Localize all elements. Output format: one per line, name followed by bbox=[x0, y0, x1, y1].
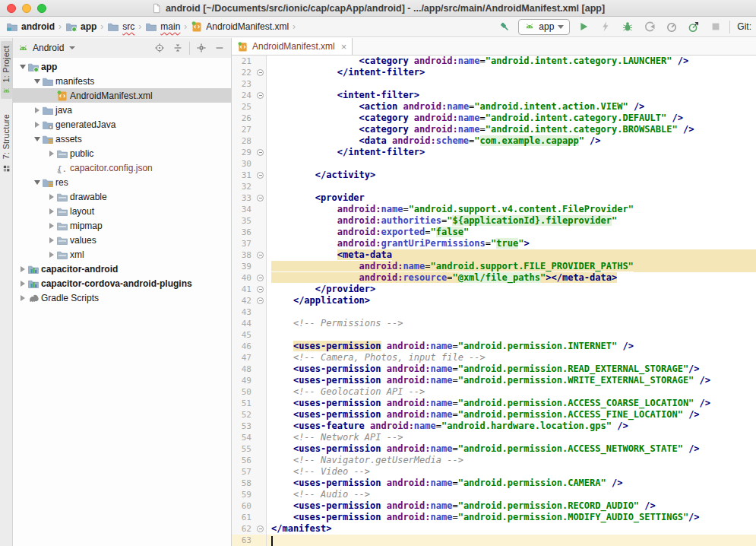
tree-item-gradle-scripts[interactable]: Gradle Scripts bbox=[13, 290, 231, 305]
breadcrumb-item-main[interactable]: main bbox=[144, 21, 182, 33]
fold-marker-icon[interactable] bbox=[255, 67, 267, 78]
collapsed-arrow-icon[interactable] bbox=[32, 107, 42, 113]
code-line-35[interactable]: 35 android:authorities="${applicationId}… bbox=[232, 215, 756, 227]
zoom-window-button[interactable] bbox=[37, 4, 46, 13]
code-line-39[interactable]: 39 android:name="android.support.FILE_PR… bbox=[232, 261, 756, 272]
tree-item-assets[interactable]: assets bbox=[13, 132, 231, 146]
code-line-27[interactable]: 27 <category android:name="android.inten… bbox=[232, 124, 756, 135]
tree-item-drawable[interactable]: drawable bbox=[13, 189, 231, 204]
code-line-34[interactable]: 34 android:name="android.support.v4.cont… bbox=[232, 204, 756, 215]
code-line-57[interactable]: 57 <!-- Video --> bbox=[232, 466, 756, 478]
fold-marker-icon[interactable] bbox=[255, 170, 267, 181]
fold-marker-icon[interactable] bbox=[255, 147, 267, 158]
code-line-45[interactable]: 45 bbox=[232, 329, 756, 341]
tree-item-app[interactable]: app bbox=[13, 59, 231, 74]
profiler-button[interactable] bbox=[663, 18, 680, 35]
close-window-button[interactable] bbox=[7, 4, 16, 13]
code-line-62[interactable]: 62</manifest> bbox=[232, 523, 756, 535]
tree-item-java[interactable]: java bbox=[13, 103, 231, 117]
fold-marker-icon[interactable] bbox=[255, 90, 267, 101]
collapsed-arrow-icon[interactable] bbox=[46, 194, 56, 200]
fold-marker-icon[interactable] bbox=[255, 284, 267, 295]
code-line-40[interactable]: 40 android:resource="@xml/file_paths"></… bbox=[232, 272, 756, 284]
code-line-25[interactable]: 25 <action android:name="android.intent.… bbox=[232, 101, 756, 113]
collapsed-arrow-icon[interactable] bbox=[17, 281, 27, 287]
expanded-arrow-icon[interactable] bbox=[32, 79, 42, 84]
code-line-60[interactable]: 60 <uses-permission android:name="androi… bbox=[232, 500, 756, 512]
code-line-38[interactable]: 38 <meta-data bbox=[232, 249, 756, 261]
code-line-63[interactable]: 63 bbox=[232, 535, 756, 546]
code-line-32[interactable]: 32 bbox=[232, 181, 756, 192]
code-line-42[interactable]: 42 </application> bbox=[232, 295, 756, 306]
breadcrumb-item-src[interactable]: src bbox=[106, 21, 136, 33]
code-line-50[interactable]: 50 <!-- Geolocation API --> bbox=[232, 386, 756, 398]
run-button[interactable] bbox=[575, 18, 592, 35]
breadcrumb-item-app[interactable]: app bbox=[64, 21, 98, 33]
collapsed-arrow-icon[interactable] bbox=[17, 266, 27, 272]
tool-window-tab--project[interactable]: 1: Project bbox=[1, 41, 12, 99]
code-line-23[interactable]: 23 bbox=[232, 78, 756, 90]
editor-tab-androidmanifest[interactable]: AndroidManifest.xml × bbox=[232, 38, 353, 55]
tree-item-capacitor-config-json[interactable]: {..}capacitor.config.json bbox=[13, 160, 231, 175]
code-editor[interactable]: 21 <category android:name="android.inten… bbox=[232, 56, 756, 546]
fold-marker-icon[interactable] bbox=[255, 192, 267, 204]
code-line-43[interactable]: 43 bbox=[232, 306, 756, 318]
tree-item-generatedjava[interactable]: generatedJava bbox=[13, 117, 231, 132]
code-line-29[interactable]: 29 </intent-filter> bbox=[232, 147, 756, 158]
code-line-41[interactable]: 41 </provider> bbox=[232, 284, 756, 295]
code-line-36[interactable]: 36 android:exported="false" bbox=[232, 227, 756, 238]
fold-marker-icon[interactable] bbox=[255, 249, 267, 261]
tree-item-xml[interactable]: xml bbox=[13, 247, 231, 262]
code-line-37[interactable]: 37 android:grantUriPermissions="true"> bbox=[232, 238, 756, 249]
apply-changes-button[interactable] bbox=[597, 18, 614, 35]
code-line-49[interactable]: 49 <uses-permission android:name="androi… bbox=[232, 375, 756, 386]
minimize-window-button[interactable] bbox=[22, 4, 31, 13]
tree-item-manifests[interactable]: manifests bbox=[13, 74, 231, 88]
collapsed-arrow-icon[interactable] bbox=[46, 223, 56, 229]
collapsed-arrow-icon[interactable] bbox=[46, 151, 56, 157]
tree-item-layout[interactable]: layout bbox=[13, 204, 231, 218]
build-hammer-icon[interactable] bbox=[496, 18, 513, 35]
apply-restart-button[interactable] bbox=[685, 18, 702, 35]
tree-item-public[interactable]: public bbox=[13, 146, 231, 160]
fold-marker-icon[interactable] bbox=[255, 523, 267, 535]
expanded-arrow-icon[interactable] bbox=[17, 65, 27, 69]
stop-button[interactable] bbox=[707, 18, 724, 35]
collapsed-arrow-icon[interactable] bbox=[46, 237, 56, 243]
code-line-56[interactable]: 56 <!-- Navigator.getUserMedia --> bbox=[232, 455, 756, 466]
fold-marker-icon[interactable] bbox=[255, 295, 267, 306]
breadcrumb-item-android[interactable]: android bbox=[5, 21, 56, 33]
code-line-33[interactable]: 33 <provider bbox=[232, 192, 756, 204]
fold-marker-icon[interactable] bbox=[255, 272, 267, 284]
code-line-47[interactable]: 47 <!-- Camera, Photos, input file --> bbox=[232, 352, 756, 363]
tree-item-androidmanifest-xml[interactable]: AndroidManifest.xml bbox=[13, 88, 231, 103]
code-line-54[interactable]: 54 <!-- Network API --> bbox=[232, 432, 756, 443]
tree-item-res[interactable]: res bbox=[13, 175, 231, 189]
code-line-53[interactable]: 53 <uses-feature android:name="android.h… bbox=[232, 421, 756, 432]
tree-item-values[interactable]: values bbox=[13, 233, 231, 247]
attach-debugger-button[interactable] bbox=[641, 18, 658, 35]
code-line-58[interactable]: 58 <uses-permission android:name="androi… bbox=[232, 478, 756, 489]
tool-window-tab--structure[interactable]: 7: Structure bbox=[1, 110, 12, 176]
code-line-31[interactable]: 31 </activity> bbox=[232, 170, 756, 181]
target-button[interactable] bbox=[153, 41, 166, 55]
collapse-button[interactable] bbox=[171, 41, 185, 55]
code-line-52[interactable]: 52 <uses-permission android:name="androi… bbox=[232, 409, 756, 421]
code-line-26[interactable]: 26 <category android:name="android.inten… bbox=[232, 113, 756, 124]
collapsed-arrow-icon[interactable] bbox=[17, 295, 27, 301]
tree-item-capacitor-cordova-android-plugins[interactable]: capacitor-cordova-android-plugins bbox=[13, 276, 231, 290]
code-line-28[interactable]: 28 <data android:scheme="com.example.cap… bbox=[232, 135, 756, 147]
code-line-24[interactable]: 24 <intent-filter> bbox=[232, 90, 756, 101]
gear-button[interactable] bbox=[195, 41, 208, 55]
code-line-59[interactable]: 59 <!-- Audio --> bbox=[232, 489, 756, 500]
tree-item-mipmap[interactable]: mipmap bbox=[13, 218, 231, 233]
code-line-48[interactable]: 48 <uses-permission android:name="androi… bbox=[232, 363, 756, 375]
debug-button[interactable] bbox=[619, 18, 636, 35]
minus-button[interactable] bbox=[213, 41, 226, 55]
code-line-61[interactable]: 61 <uses-permission android:name="androi… bbox=[232, 512, 756, 523]
code-line-21[interactable]: 21 <category android:name="android.inten… bbox=[232, 56, 756, 67]
code-line-22[interactable]: 22 </intent-filter> bbox=[232, 67, 756, 78]
expanded-arrow-icon[interactable] bbox=[32, 137, 42, 141]
close-icon[interactable]: × bbox=[341, 42, 347, 52]
collapsed-arrow-icon[interactable] bbox=[46, 252, 56, 258]
